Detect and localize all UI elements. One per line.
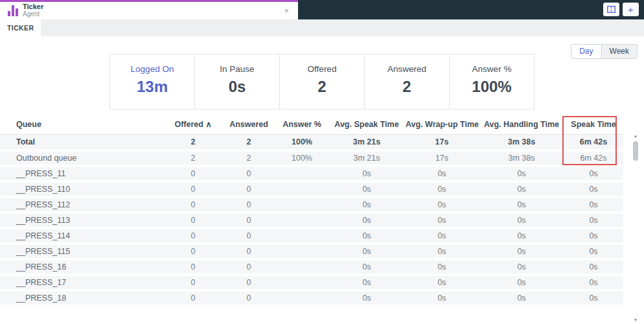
value-cell: 0 <box>223 181 275 197</box>
value-cell: 0 <box>163 181 223 197</box>
queue-cell: __PRESS_16 <box>0 259 163 275</box>
tab-ticker-agent[interactable]: Ticker Agent × <box>0 0 298 19</box>
value-cell: 0s <box>479 290 564 306</box>
value-cell <box>275 228 329 244</box>
queue-cell: Outbound queue <box>0 150 163 166</box>
split-view-button[interactable] <box>603 3 619 16</box>
value-cell: 0s <box>329 166 404 181</box>
value-cell: 0s <box>329 213 404 228</box>
column-header-answered[interactable]: Answered <box>223 115 275 135</box>
table-row: __PRESS_16000s0s0s0s <box>0 259 623 275</box>
value-cell: 0s <box>479 181 564 197</box>
week-button[interactable]: Week <box>601 45 637 58</box>
value-cell: 0s <box>479 244 564 259</box>
queue-cell: __PRESS_18 <box>0 290 163 306</box>
queue-cell: __PRESS_110 <box>0 181 163 197</box>
column-header-queue[interactable]: Queue <box>0 115 163 135</box>
value-cell: 0s <box>564 197 623 213</box>
stat-label: Answered <box>365 64 449 74</box>
value-cell: 0s <box>564 259 623 275</box>
close-icon[interactable]: × <box>281 6 292 15</box>
scrollbar-thumb[interactable] <box>633 141 638 161</box>
bar-chart-icon <box>8 5 18 16</box>
queue-cell: __PRESS_112 <box>0 197 163 213</box>
stat-value: 0s <box>195 78 279 96</box>
value-cell: 0s <box>479 259 564 275</box>
tab-ticker[interactable]: TICKER <box>0 19 41 36</box>
column-header-avg-speak-time[interactable]: Avg. Speak Time <box>329 115 404 135</box>
stat-card-answer: Answer %100% <box>449 54 534 109</box>
column-header-speak-time[interactable]: Speak Time <box>564 115 623 135</box>
value-cell: 0 <box>223 290 275 306</box>
stat-card-answered: Answered2 <box>364 54 449 109</box>
value-cell: 6m 42s <box>564 150 623 166</box>
value-cell: 0s <box>404 290 479 306</box>
value-cell: 2 <box>163 150 223 166</box>
value-cell: 100% <box>275 150 329 166</box>
new-tab-button[interactable]: + <box>623 3 639 16</box>
value-cell: 0s <box>404 244 479 259</box>
value-cell: 3m 21s <box>329 150 404 166</box>
value-cell: 0s <box>564 166 623 181</box>
table-row: __PRESS_18000s0s0s0s <box>0 290 623 306</box>
stat-card-logged-on: Logged On13m <box>110 54 194 109</box>
value-cell: 17s <box>404 135 479 150</box>
day-button[interactable]: Day <box>571 45 601 58</box>
value-cell: 0 <box>223 166 275 181</box>
table-row: __PRESS_17000s0s0s0s <box>0 275 623 290</box>
plus-icon: + <box>628 5 634 14</box>
column-header-avg-wrap-up-time[interactable]: Avg. Wrap-up Time <box>404 115 479 135</box>
value-cell: 0s <box>479 197 564 213</box>
stat-label: Logged On <box>110 64 194 74</box>
value-cell: 0 <box>223 244 275 259</box>
value-cell: 0 <box>223 275 275 290</box>
value-cell: 0s <box>564 290 623 306</box>
value-cell: 0s <box>479 166 564 181</box>
scroll-up-icon[interactable]: ▲ <box>632 133 639 139</box>
column-header-answer[interactable]: Answer % <box>275 115 329 135</box>
value-cell: 0s <box>404 259 479 275</box>
value-cell: 3m 38s <box>479 135 564 150</box>
queue-cell: __PRESS_17 <box>0 275 163 290</box>
value-cell: 0s <box>329 275 404 290</box>
window-tab-bar: Ticker Agent × + <box>0 0 644 19</box>
value-cell <box>275 290 329 306</box>
stats-cards: Logged On13mIn Pause0sOffered2Answered2A… <box>109 54 535 110</box>
value-cell: 0s <box>479 275 564 290</box>
value-cell: 0 <box>163 213 223 228</box>
table-row: __PRESS_115000s0s0s0s <box>0 244 623 259</box>
value-cell <box>275 244 329 259</box>
value-cell: 2 <box>163 135 223 150</box>
column-header-offered[interactable]: Offered ∧ <box>163 115 223 135</box>
value-cell: 3m 38s <box>479 150 564 166</box>
value-cell: 3m 21s <box>329 135 404 150</box>
table-row: Outbound queue22100%3m 21s17s3m 38s6m 42… <box>0 150 623 166</box>
value-cell: 0s <box>479 213 564 228</box>
value-cell: 0s <box>404 166 479 181</box>
table-body: Total22100%3m 21s17s3m 38s6m 42sOutbound… <box>0 135 623 306</box>
value-cell: 0 <box>223 213 275 228</box>
value-cell: 0s <box>329 197 404 213</box>
value-cell: 0s <box>564 275 623 290</box>
value-cell: 0s <box>329 259 404 275</box>
stat-card-offered: Offered2 <box>279 54 364 109</box>
value-cell: 0s <box>329 181 404 197</box>
value-cell: 0s <box>404 228 479 244</box>
value-cell <box>275 197 329 213</box>
queue-cell: Total <box>0 135 163 150</box>
value-cell: 0s <box>404 275 479 290</box>
value-cell: 100% <box>275 135 329 150</box>
value-cell: 0s <box>564 244 623 259</box>
value-cell: 0s <box>404 213 479 228</box>
main-content: Day Week Logged On13mIn Pause0sOffered2A… <box>0 36 644 324</box>
value-cell <box>275 166 329 181</box>
value-cell: 2 <box>223 150 275 166</box>
table-scrollbar[interactable]: ▲ ▼ <box>632 133 639 323</box>
queue-cell: __PRESS_115 <box>0 244 163 259</box>
table-row: __PRESS_114000s0s0s0s <box>0 228 623 244</box>
scroll-down-icon[interactable]: ▼ <box>632 318 639 323</box>
value-cell: 2 <box>223 135 275 150</box>
stat-label: Answer % <box>450 64 534 74</box>
column-header-avg-handling-time[interactable]: Avg. Handling Time <box>479 115 564 135</box>
value-cell: 0 <box>163 259 223 275</box>
